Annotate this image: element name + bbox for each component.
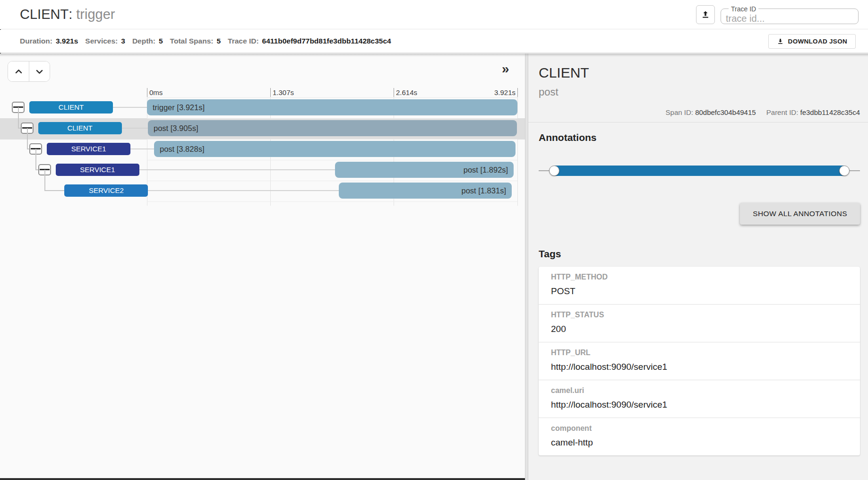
span-bar[interactable]: post [1.831s] — [339, 183, 512, 199]
trace-timeline-panel: » 0ms 1.307s 2.614s 3.921s — [0, 53, 525, 480]
upload-icon — [701, 10, 710, 19]
parent-id: Parent ID: fe3dbb11428c35c4 — [766, 108, 860, 116]
span-rows: CLIENT trigger [3.921s] CLIENT post [3.9… — [0, 99, 525, 208]
service-badge[interactable]: SERVICE2 — [64, 184, 148, 197]
detail-span-name: post — [539, 86, 860, 98]
axis-label: 1.307s — [273, 88, 294, 96]
trace-id-field: Trace ID — [721, 5, 859, 24]
span-ids: Span ID: 80dbefc304b49415 Parent ID: fe3… — [539, 108, 860, 116]
tree-connector — [18, 128, 21, 129]
tag-row: component camel-http — [539, 418, 860, 455]
tree-connector — [35, 169, 38, 170]
span-row: CLIENT post [3.905s] — [0, 120, 525, 141]
tree-connector — [27, 128, 28, 149]
span-bar[interactable]: post [3.905s] — [148, 120, 517, 136]
tree-connector — [44, 170, 45, 191]
axis-tick — [147, 88, 147, 97]
stat-trace-id: Trace ID: 6411b0ef9d77bd81fe3dbb11428c35… — [228, 37, 391, 45]
download-icon — [777, 38, 784, 45]
tree-connector — [35, 149, 36, 170]
axis-label: 0ms — [149, 88, 163, 96]
service-badge[interactable]: CLIENT — [29, 101, 113, 113]
slider-handle-right[interactable] — [839, 166, 850, 176]
axis-tick — [270, 88, 271, 97]
stat-duration: Duration: 3.921s — [20, 37, 78, 45]
span-bar[interactable]: trigger [3.921s] — [147, 99, 517, 115]
zipkin-trace-page: CLIENT: trigger Trace ID Duration: 3.921… — [0, 0, 868, 480]
axis-tick — [394, 88, 394, 97]
trace-id-label: Trace ID — [729, 5, 758, 13]
axis-label: 2.614s — [396, 88, 417, 96]
tag-row: HTTP_URL http://localhost:9090/service1 — [539, 342, 860, 380]
show-all-annotations-button[interactable]: SHOW ALL ANNOTATIONS — [740, 203, 860, 225]
tree-connector — [44, 190, 65, 191]
tags-title: Tags — [539, 248, 860, 260]
main-area: » 0ms 1.307s 2.614s 3.921s — [0, 53, 868, 480]
stat-total-spans: Total Spans: 5 — [170, 37, 221, 45]
row-lead-line — [148, 190, 338, 191]
title-service: CLIENT — [20, 7, 69, 22]
top-header: CLIENT: trigger Trace ID — [0, 0, 868, 29]
span-row: SERVICE2 post [1.831s] — [0, 183, 525, 203]
download-json-button[interactable]: DOWNLOAD JSON — [768, 34, 856, 49]
service-badge[interactable]: SERVICE1 — [56, 164, 139, 176]
row-lead-line — [122, 128, 148, 129]
span-bar[interactable]: post [3.828s] — [154, 141, 516, 157]
row-lead-line — [130, 148, 154, 149]
span-row: SERVICE1 post [3.828s] — [0, 141, 525, 162]
row-lead-line — [139, 169, 335, 170]
detail-divider — [528, 122, 868, 122]
title-separator: : — [69, 7, 76, 22]
next-span-button[interactable] — [29, 61, 50, 81]
tag-row: camel.uri http://localhost:9090/service1 — [539, 380, 860, 418]
title-span-name: trigger — [76, 7, 115, 22]
slider-handle-left[interactable] — [549, 166, 559, 176]
detail-service-name: CLIENT — [539, 65, 860, 81]
annotations-title: Annotations — [539, 132, 860, 143]
row-lead-line — [113, 107, 147, 108]
stat-services: Services: 3 — [85, 37, 125, 45]
trace-id-input[interactable] — [725, 13, 850, 25]
span-detail-panel: CLIENT post Span ID: 80dbefc304b49415 Pa… — [528, 53, 868, 480]
tag-row: HTTP_STATUS 200 — [539, 304, 860, 342]
row-divider — [147, 97, 517, 98]
show-all-wrap: SHOW ALL ANNOTATIONS — [539, 203, 860, 225]
span-nav-group — [8, 61, 50, 82]
service-badge[interactable]: CLIENT — [38, 122, 122, 134]
tag-row: HTTP_METHOD POST — [539, 267, 860, 304]
timeline-bottom-scrollbar[interactable] — [0, 478, 525, 480]
header-actions: Trace ID — [696, 5, 859, 24]
chevron-up-icon — [14, 67, 23, 76]
trace-stats: Duration: 3.921s Services: 3 Depth: 5 To… — [20, 37, 391, 45]
annotations-range-slider — [539, 165, 860, 176]
axis-label: 3.921s — [494, 88, 516, 96]
chevron-down-icon — [35, 67, 44, 76]
tree-connector — [18, 107, 19, 128]
slider-fill — [554, 166, 844, 176]
trace-summary-bar: Duration: 3.921s Services: 3 Depth: 5 To… — [0, 30, 868, 53]
tags-card: HTTP_METHOD POST HTTP_STATUS 200 HTTP_UR… — [539, 267, 860, 455]
page-title: CLIENT: trigger — [20, 7, 115, 22]
panel-splitter[interactable] — [525, 53, 528, 480]
axis-tick — [517, 88, 518, 97]
collapse-panel-button[interactable]: » — [499, 62, 512, 76]
span-id: Span ID: 80dbefc304b49415 — [666, 108, 758, 116]
prev-span-button[interactable] — [8, 61, 29, 81]
stat-depth: Depth: 5 — [132, 37, 163, 45]
span-bar[interactable]: post [1.892s] — [335, 162, 514, 178]
span-row: CLIENT trigger [3.921s] — [0, 99, 525, 120]
service-badge[interactable]: SERVICE1 — [47, 143, 130, 155]
span-row: SERVICE1 post [1.892s] — [0, 162, 525, 183]
upload-trace-button[interactable] — [696, 5, 715, 24]
